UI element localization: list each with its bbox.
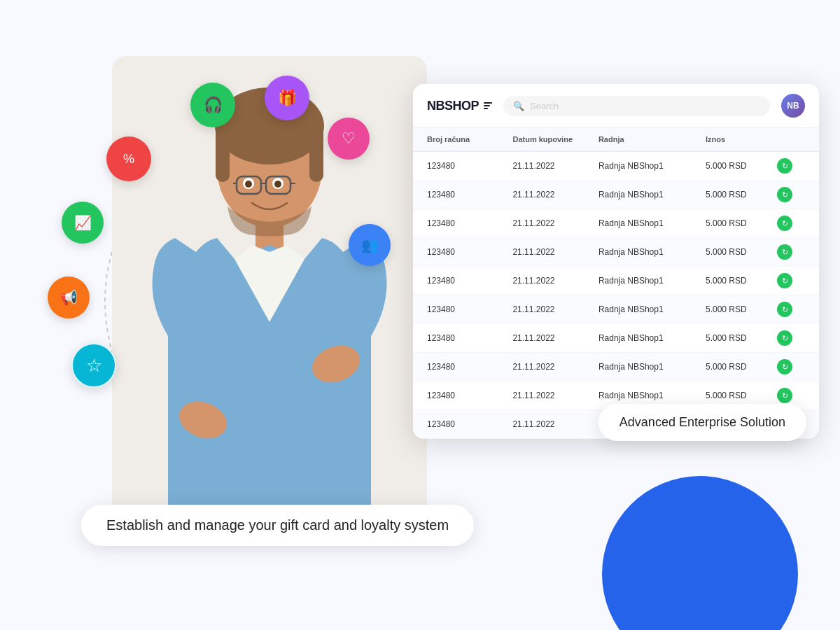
row-action-button[interactable] [777,216,792,231]
cell-date: 21.11.2022 [512,276,598,286]
cell-invoice: 123480 [427,161,512,171]
cell-store: Radnja NBShop1 [598,304,706,314]
bottom-tagline-box: Establish and manage your gift card and … [81,505,474,546]
table-row: 123480 21.11.2022 Radnja NBShop1 5.000 R… [413,353,819,382]
cell-amount: 5.000 RSD [706,276,777,286]
col-header-date: Datum kupovine [512,135,598,144]
cell-amount: 5.000 RSD [706,333,777,343]
col-header-store: Radnja [598,135,706,144]
cell-store: Radnja NBShop1 [598,218,706,228]
cell-store: Radnja NBShop1 [598,391,706,400]
enterprise-label-box: Advanced Enterprise Solution [598,404,806,441]
row-action-button[interactable] [777,388,792,403]
star-icon-circle: ☆ [71,343,116,388]
logo-bars [484,102,492,109]
chart-icon-circle: 📈 [62,202,104,244]
row-action-button[interactable] [777,244,792,260]
table-row: 123480 21.11.2022 Radnja NBShop1 5.000 R… [413,238,819,267]
cell-date: 21.11.2022 [512,419,598,429]
cell-date: 21.11.2022 [512,218,598,228]
person-image-container [112,56,427,532]
cell-amount: 5.000 RSD [706,304,777,314]
row-action-button[interactable] [777,273,792,288]
cell-store: Radnja NBShop1 [598,333,706,343]
cell-date: 21.11.2022 [512,247,598,257]
table-row: 123480 21.11.2022 Radnja NBShop1 5.000 R… [413,181,819,209]
cell-amount: 5.000 RSD [706,161,777,171]
cell-invoice: 123480 [427,419,512,429]
cell-invoice: 123480 [427,391,512,400]
cell-store: Radnja NBShop1 [598,190,706,200]
enterprise-label-text: Advanced Enterprise Solution [620,415,785,429]
cell-invoice: 123480 [427,247,512,257]
cell-date: 21.11.2022 [512,304,598,314]
row-action-button[interactable] [777,187,792,202]
table-header: Broj računa Datum kupovine Radnja Iznos [413,128,819,152]
cell-store: Radnja NBShop1 [598,161,706,171]
svg-rect-4 [309,126,323,182]
users-icon-circle: 👥 [349,224,391,266]
cell-invoice: 123480 [427,218,512,228]
svg-point-16 [274,181,281,188]
megaphone-symbol: 📢 [60,290,78,304]
star-symbol: ☆ [86,356,102,374]
cell-invoice: 123480 [427,333,512,343]
cell-date: 21.11.2022 [512,190,598,200]
cell-amount: 5.000 RSD [706,218,777,228]
user-avatar[interactable]: NB [781,94,805,118]
headphone-icon-circle: 🎧 [190,83,235,127]
cell-invoice: 123480 [427,190,512,200]
search-icon: 🔍 [513,101,524,111]
row-action-button[interactable] [777,359,792,374]
cell-date: 21.11.2022 [512,333,598,343]
person-illustration [112,56,427,532]
logo-text: NBSHOP [427,99,479,113]
bottom-tagline-text: Establish and manage your gift card and … [106,517,449,533]
table-row: 123480 21.11.2022 Radnja NBShop1 5.000 R… [413,152,819,181]
row-action-button[interactable] [777,330,792,346]
main-scene: % 🎧 🎁 ♡ 📈 📢 👥 ☆ [0,0,840,630]
svg-point-15 [245,181,252,188]
table-row: 123480 21.11.2022 Radnja NBShop1 5.000 R… [413,267,819,295]
cell-store: Radnja NBShop1 [598,276,706,286]
avatar-initials: NB [787,101,799,111]
row-action-button[interactable] [777,302,792,317]
cell-amount: 5.000 RSD [706,391,777,400]
table-row: 123480 21.11.2022 Radnja NBShop1 5.000 R… [413,209,819,238]
heart-symbol: ♡ [342,131,356,146]
table-body: 123480 21.11.2022 Radnja NBShop1 5.000 R… [413,152,819,439]
cell-store: Radnja NBShop1 [598,362,706,372]
row-action-button[interactable] [777,158,792,174]
percent-icon-circle: % [106,136,151,181]
percent-symbol: % [123,153,134,165]
col-header-action [777,135,805,144]
svg-rect-3 [216,126,230,182]
cell-invoice: 123480 [427,362,512,372]
chart-symbol: 📈 [74,216,92,230]
app-header: NBSHOP 🔍 Search NB [413,84,819,128]
headphone-symbol: 🎧 [204,97,223,113]
table-row: 123480 21.11.2022 Radnja NBShop1 5.000 R… [413,295,819,324]
megaphone-icon-circle: 📢 [48,276,90,318]
gift-symbol: 🎁 [278,90,297,106]
col-header-amount: Iznos [706,135,777,144]
cell-date: 21.11.2022 [512,362,598,372]
col-header-invoice: Broj računa [427,135,512,144]
app-logo: NBSHOP [427,99,492,113]
cell-amount: 5.000 RSD [706,190,777,200]
app-window: NBSHOP 🔍 Search NB Broj računa Datum kup… [413,84,819,439]
cell-date: 21.11.2022 [512,391,598,400]
cell-invoice: 123480 [427,276,512,286]
gift-icon-circle: 🎁 [265,76,309,120]
cell-amount: 5.000 RSD [706,247,777,257]
cell-invoice: 123480 [427,304,512,314]
search-bar[interactable]: 🔍 Search [503,96,770,116]
data-table: Broj računa Datum kupovine Radnja Iznos … [413,128,819,439]
heart-icon-circle: ♡ [328,118,370,160]
users-symbol: 👥 [361,238,379,252]
cell-store: Radnja NBShop1 [598,247,706,257]
cell-amount: 5.000 RSD [706,362,777,372]
bg-decorative-circle [602,476,798,630]
table-row: 123480 21.11.2022 Radnja NBShop1 5.000 R… [413,324,819,353]
search-placeholder: Search [530,101,559,111]
